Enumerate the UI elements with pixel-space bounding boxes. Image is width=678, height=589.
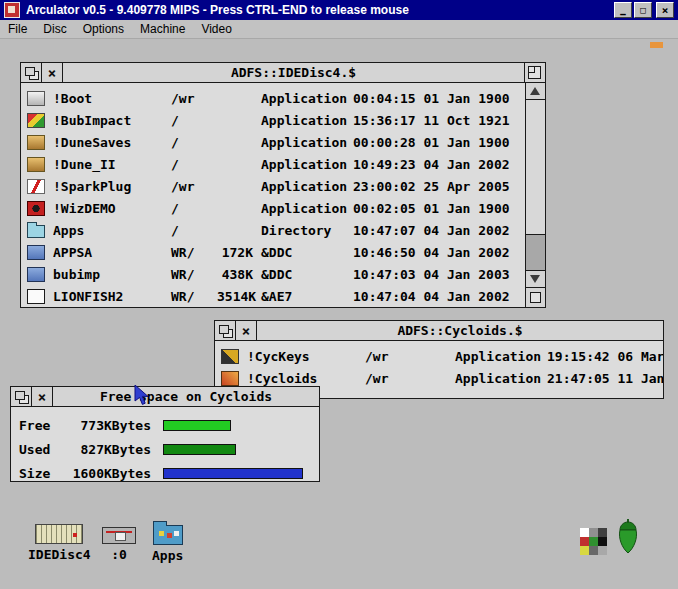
window-title[interactable]: ADFS::IDEDisc4.$ (63, 63, 524, 82)
stat-label: Size (19, 466, 65, 481)
task-manager-acorn-icon (613, 519, 643, 557)
menu-machine[interactable]: Machine (132, 20, 193, 38)
stat-bar (163, 443, 236, 456)
resize-handle-icon[interactable] (526, 288, 545, 307)
free-space-row: Free 773KBytes (11, 413, 319, 437)
window-titlebar[interactable]: × ADFS::Cycloids.$ (215, 321, 663, 341)
scrollbar-track[interactable] (526, 100, 545, 270)
bubimpact-app-icon (27, 113, 45, 128)
palette-icon (580, 528, 607, 555)
file-row[interactable]: !BubImpact / Application 15:36:17 11 Oct… (21, 109, 525, 131)
file-row[interactable]: Apps / Directory 10:47:07 04 Jan 2002 (21, 219, 525, 241)
file-access: / (171, 157, 217, 172)
file-datetime: 00:02:05 01 Jan 1900 (353, 201, 525, 216)
file-name: !SparkPlug (53, 179, 171, 194)
file-row[interactable]: !CycKeys /wr Application 19:15:42 06 Mar (215, 345, 663, 367)
stat-bar-fill (163, 420, 231, 431)
stat-bar-fill (163, 468, 303, 479)
cycloids-app-icon (221, 371, 239, 386)
send-to-back-icon[interactable] (11, 387, 32, 406)
file-access: /wr (171, 91, 217, 106)
stat-bar (163, 419, 231, 432)
iconbar-item-apps[interactable]: Apps (152, 521, 183, 563)
file-type: Application (261, 91, 353, 106)
mouse-pointer-icon (134, 385, 149, 407)
file-row[interactable]: APPSA WR/ 172K &DDC 10:46:50 04 Jan 2002 (21, 241, 525, 263)
file-access: /wr (365, 349, 411, 364)
file-type: &AE7 (261, 289, 353, 304)
menu-file[interactable]: File (0, 20, 35, 38)
acorn-graphic (613, 519, 643, 557)
window-titlebar[interactable]: × ADFS::IDEDisc4.$ (21, 63, 545, 83)
send-to-back-icon[interactable] (215, 321, 236, 340)
file-row[interactable]: !SparkPlug /wr Application 23:00:02 25 A… (21, 175, 525, 197)
boot-app-icon (27, 91, 45, 106)
scroll-down-icon[interactable] (526, 270, 545, 288)
stat-label: Free (19, 418, 65, 433)
menu-bar: File Disc Options Machine Video (0, 20, 678, 39)
send-to-back-icon[interactable] (21, 63, 42, 82)
file-access: / (171, 135, 217, 150)
file-name: LIONFISH2 (53, 289, 171, 304)
file-datetime: 21:47:05 11 Jan (547, 371, 663, 386)
file-type: Application (261, 113, 353, 128)
window-titlebar[interactable]: Arculator v0.5 - 9.409778 MIPS - Press C… (0, 0, 678, 20)
dunesaves-app-icon (27, 135, 45, 150)
file-type: &DDC (261, 267, 353, 282)
iconbar-label: Apps (152, 548, 183, 563)
window-controls: ▁ □ × (614, 2, 674, 18)
stat-bar (163, 467, 303, 480)
cyckeys-app-icon (221, 349, 239, 364)
floppy-drive-icon (102, 527, 136, 544)
file-access: /wr (171, 179, 217, 194)
window-titlebar[interactable]: × Free space on Cycloids (11, 387, 319, 407)
maximize-button[interactable]: □ (634, 2, 652, 18)
file-row[interactable]: !Boot /wr Application 00:04:15 01 Jan 19… (21, 87, 525, 109)
scrollbar-thumb[interactable] (526, 100, 545, 235)
file-datetime: 23:00:02 25 Apr 2005 (353, 179, 525, 194)
menu-video[interactable]: Video (193, 20, 239, 38)
window-title[interactable]: ADFS::Cycloids.$ (257, 321, 663, 340)
wizdemo-app-icon (27, 201, 45, 216)
file-type: Application (261, 157, 353, 172)
menu-disc[interactable]: Disc (35, 20, 74, 38)
free-space-row: Size 1600KBytes (11, 461, 319, 485)
close-button[interactable]: × (656, 2, 674, 18)
window-title[interactable]: Free space on Cycloids (53, 387, 319, 406)
file-datetime: 00:00:28 01 Jan 1900 (353, 135, 525, 150)
file-name: !BubImpact (53, 113, 171, 128)
filer-window-idedisc4: × ADFS::IDEDisc4.$ !Boot /wr Application… (20, 62, 546, 308)
file-row[interactable]: !WizDEMO / Application 00:02:05 01 Jan 1… (21, 197, 525, 219)
file-access: / (171, 201, 217, 216)
file-name: APPSA (53, 245, 171, 260)
window-title: Arculator v0.5 - 9.409778 MIPS - Press C… (26, 3, 614, 17)
file-datetime: 19:15:42 06 Mar (547, 349, 663, 364)
stat-value: 773KBytes (65, 418, 151, 433)
file-datetime: 00:04:15 01 Jan 1900 (353, 91, 525, 106)
file-row[interactable]: bubimp WR/ 438K &DDC 10:47:03 04 Jan 200… (21, 263, 525, 285)
close-icon[interactable]: × (32, 387, 53, 406)
file-type: Application (455, 349, 547, 364)
menu-options[interactable]: Options (75, 20, 132, 38)
file-row[interactable]: LIONFISH2 WR/ 3514K &AE7 10:47:04 04 Jan… (21, 285, 525, 307)
harddisc-icon (35, 524, 83, 544)
iconbar-item-idedisc4[interactable]: IDEDisc4 (28, 524, 91, 562)
close-icon[interactable]: × (236, 321, 257, 340)
iconbar-item-task-manager[interactable] (613, 519, 643, 557)
riscos-desktop[interactable]: × ADFS::IDEDisc4.$ !Boot /wr Application… (0, 39, 678, 589)
file-row[interactable]: !DuneSaves / Application 00:00:28 01 Jan… (21, 131, 525, 153)
file-name: !Dune_II (53, 157, 171, 172)
scroll-up-icon[interactable] (526, 83, 545, 100)
toggle-size-icon[interactable] (524, 63, 545, 82)
stat-value: 827KBytes (65, 442, 151, 457)
file-datetime: 10:49:23 04 Jan 2002 (353, 157, 525, 172)
close-icon[interactable]: × (42, 63, 63, 82)
minimize-button[interactable]: ▁ (614, 2, 632, 18)
file-type: Application (261, 201, 353, 216)
iconbar-item-floppy0[interactable]: :0 (102, 527, 136, 562)
file-row[interactable]: !Dune_II / Application 10:49:23 04 Jan 2… (21, 153, 525, 175)
emulator-window: Arculator v0.5 - 9.409778 MIPS - Press C… (0, 0, 678, 589)
iconbar-item-palette[interactable] (580, 528, 607, 555)
file-type: &DDC (261, 245, 353, 260)
sparkplug-app-icon (27, 179, 45, 194)
